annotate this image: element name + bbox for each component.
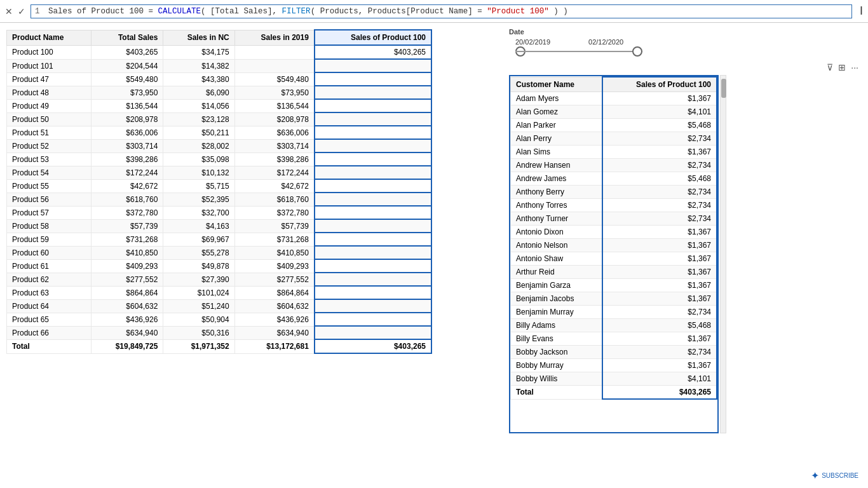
right-table-scroll[interactable]: Customer Name Sales of Product 100 Adam …	[510, 76, 717, 432]
col-header-product-name: Product Name	[7, 30, 92, 45]
table-cell: $42,672	[234, 179, 315, 193]
table-cell	[315, 59, 431, 72]
table-cell: Alan Perry	[511, 132, 603, 146]
table-cell: $398,286	[92, 152, 163, 166]
table-cell: Product 54	[7, 166, 92, 179]
table-cell: $403,265	[315, 45, 431, 59]
table-cell: $1,367	[602, 359, 717, 372]
table-cell: $634,940	[92, 326, 163, 339]
table-cell	[315, 152, 431, 166]
table-cell: $50,904	[163, 313, 234, 326]
left-table-wrapper: Product Name Total Sales Sales in NC Sal…	[6, 29, 432, 461]
table-cell: $4,101	[602, 105, 717, 119]
table-cell: $10,132	[163, 166, 234, 179]
table-switch-icon[interactable]: ⊞	[838, 62, 846, 72]
right-scrollbar[interactable]	[720, 75, 726, 433]
table-cell: $549,480	[92, 72, 163, 86]
table-cell: Billy Adams	[511, 319, 603, 332]
table-cell: $618,760	[92, 193, 163, 206]
table-cell: $604,632	[92, 299, 163, 313]
table-cell: $372,780	[92, 206, 163, 219]
date-end: 02/12/2020	[588, 38, 623, 46]
table-cell: $5,468	[602, 319, 717, 332]
table-cell: $5,468	[602, 119, 717, 132]
date-filter-area: Date 20/02/2019 02/12/2020	[499, 23, 868, 60]
table-cell: $277,552	[92, 273, 163, 286]
table-total-cell: $403,265	[315, 339, 431, 353]
right-table-area: Customer Name Sales of Product 100 Adam …	[499, 75, 868, 488]
confirm-icon[interactable]: ✓	[18, 6, 25, 17]
table-cell: $410,850	[234, 246, 315, 259]
table-cell: $136,544	[234, 99, 315, 112]
table-cell: $57,739	[234, 219, 315, 233]
table-cell: Product 49	[7, 99, 92, 112]
table-total-cell: Total	[7, 339, 92, 353]
table-cell: $864,864	[234, 286, 315, 299]
table-cell: Product 51	[7, 126, 92, 139]
table-cell: $436,926	[92, 313, 163, 326]
table-cell: $2,734	[602, 186, 717, 199]
date-start: 20/02/2019	[515, 38, 550, 46]
table-cell: $1,367	[602, 226, 717, 239]
table-cell: $410,850	[92, 246, 163, 259]
slider-handle-right[interactable]	[632, 46, 642, 57]
table-cell: Adam Myers	[511, 92, 603, 105]
table-cell: $5,468	[602, 172, 717, 186]
table-cell: $409,293	[92, 259, 163, 273]
table-cell: $28,002	[163, 139, 234, 152]
subscribe-button[interactable]: ✦ SUBSCRIBE	[811, 470, 858, 482]
table-cell	[315, 179, 431, 193]
table-cell: Product 52	[7, 139, 92, 152]
table-cell: $1,367	[602, 92, 717, 105]
table-cell: $1,367	[602, 279, 717, 292]
table-cell: Alan Sims	[511, 146, 603, 159]
table-cell: $49,878	[163, 259, 234, 273]
table-cell: $604,632	[234, 299, 315, 313]
table-cell: $634,940	[234, 326, 315, 339]
table-cell: $409,293	[234, 259, 315, 273]
toolbar-icons: ⊽ ⊞ ···	[499, 60, 868, 75]
table-cell: Alan Parker	[511, 119, 603, 132]
table-cell: $2,734	[602, 199, 717, 212]
formula-line-number: 1	[35, 7, 40, 16]
table-cell: $372,780	[234, 206, 315, 219]
cancel-icon[interactable]: ✕	[5, 6, 13, 17]
table-cell	[315, 126, 431, 139]
table-cell: $172,244	[92, 166, 163, 179]
table-cell	[315, 259, 431, 273]
table-cell: Benjamin Murray	[511, 306, 603, 319]
table-total-cell: Total	[511, 386, 603, 400]
subscribe-label: SUBSCRIBE	[822, 472, 858, 479]
table-cell: $618,760	[234, 193, 315, 206]
table-cell: Product 55	[7, 179, 92, 193]
table-cell: $50,316	[163, 326, 234, 339]
table-cell: $55,278	[163, 246, 234, 259]
table-cell: $2,734	[602, 346, 717, 359]
filter-icon[interactable]: ⊽	[827, 62, 833, 72]
date-values: 20/02/2019 02/12/2020	[509, 38, 858, 46]
left-panel: Product Name Total Sales Sales in NC Sal…	[0, 23, 499, 488]
table-cell	[315, 313, 431, 326]
products-table: Product Name Total Sales Sales in NC Sal…	[6, 29, 432, 354]
table-cell: Anthony Torres	[511, 199, 603, 212]
formula-input[interactable]: 1 Sales of Product 100 = CALCULATE( [Tot…	[31, 4, 852, 18]
table-cell: Product 65	[7, 313, 92, 326]
date-slider[interactable]	[509, 48, 858, 55]
table-cell: $32,700	[163, 206, 234, 219]
table-cell: $277,552	[234, 273, 315, 286]
table-cell	[315, 166, 431, 179]
table-cell: $73,950	[92, 86, 163, 99]
table-cell: Andrew James	[511, 172, 603, 186]
table-cell: $1,367	[602, 146, 717, 159]
subscribe-icon: ✦	[811, 470, 819, 482]
table-cell: $57,739	[92, 219, 163, 233]
formula-bar: ✕ ✓ 1 Sales of Product 100 = CALCULATE( …	[0, 0, 868, 23]
table-cell: Bobby Willis	[511, 372, 603, 386]
table-cell	[315, 72, 431, 86]
table-cell: Anthony Berry	[511, 186, 603, 199]
more-options-icon[interactable]: ···	[851, 62, 858, 72]
table-cell: $864,864	[92, 286, 163, 299]
table-cell: $42,672	[92, 179, 163, 193]
left-table-scroll[interactable]: Product Name Total Sales Sales in NC Sal…	[6, 29, 432, 449]
table-cell: $6,090	[163, 86, 234, 99]
